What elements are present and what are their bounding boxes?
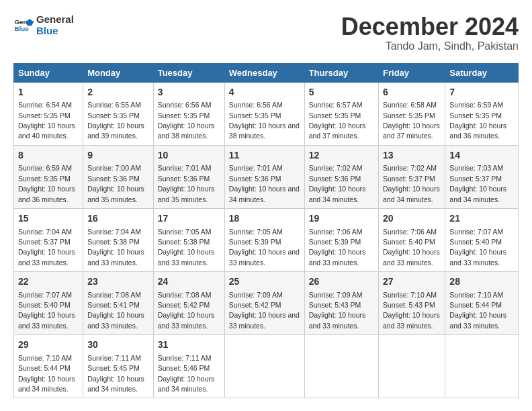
calendar-cell: 3Sunrise: 6:56 AMSunset: 5:35 PMDaylight…: [153, 82, 224, 145]
sunset-text: Sunset: 5:46 PM: [158, 364, 210, 372]
calendar-cell: 4Sunrise: 6:56 AMSunset: 5:35 PMDaylight…: [224, 82, 304, 145]
calendar-cell: 28Sunrise: 7:10 AMSunset: 5:44 PMDayligh…: [445, 272, 519, 335]
sunset-text: Sunset: 5:35 PM: [87, 111, 140, 120]
day-number: 12: [309, 149, 374, 163]
calendar-cell: 20Sunrise: 7:06 AMSunset: 5:40 PMDayligh…: [379, 208, 445, 271]
title-area: December 2024 Tando Jam, Sindh, Pakistan: [341, 13, 519, 52]
header-thursday: Thursday: [304, 63, 378, 82]
daylight-text: Daylight: 10 hours and 39 minutes.: [87, 122, 144, 140]
day-number: 27: [383, 275, 441, 289]
sunset-text: Sunset: 5:39 PM: [309, 238, 361, 246]
header-sunday: Sunday: [14, 63, 83, 82]
daylight-text: Daylight: 10 hours and 33 minutes.: [87, 248, 144, 266]
week-row-3: 15Sunrise: 7:04 AMSunset: 5:37 PMDayligh…: [14, 208, 519, 271]
sunset-text: Sunset: 5:35 PM: [383, 111, 435, 120]
day-number: 16: [87, 212, 149, 226]
day-number: 6: [383, 86, 441, 99]
sunrise-text: Sunrise: 7:05 AM: [158, 228, 212, 236]
calendar-cell: 21Sunrise: 7:07 AMSunset: 5:40 PMDayligh…: [445, 208, 519, 271]
logo-icon: General Blue: [13, 15, 34, 35]
daylight-text: Daylight: 10 hours and 34 minutes.: [158, 375, 215, 393]
sunset-text: Sunset: 5:44 PM: [18, 364, 71, 372]
calendar-cell: 16Sunrise: 7:04 AMSunset: 5:38 PMDayligh…: [83, 208, 154, 271]
day-number: 22: [18, 275, 79, 289]
daylight-text: Daylight: 10 hours and 38 minutes.: [158, 122, 215, 140]
week-row-1: 1Sunrise: 6:54 AMSunset: 5:35 PMDaylight…: [14, 82, 519, 145]
calendar-cell: 6Sunrise: 6:58 AMSunset: 5:35 PMDaylight…: [379, 82, 445, 145]
calendar-cell: 8Sunrise: 6:59 AMSunset: 5:35 PMDaylight…: [14, 145, 83, 208]
sunrise-text: Sunrise: 6:55 AM: [87, 101, 141, 109]
week-row-4: 22Sunrise: 7:07 AMSunset: 5:40 PMDayligh…: [14, 272, 519, 335]
calendar-cell: 5Sunrise: 6:57 AMSunset: 5:35 PMDaylight…: [304, 82, 378, 145]
daylight-text: Daylight: 10 hours and 33 minutes.: [449, 248, 506, 266]
daylight-text: Daylight: 10 hours and 33 minutes.: [309, 248, 366, 266]
day-number: 21: [449, 212, 514, 226]
day-number: 19: [309, 212, 374, 226]
day-number: 11: [229, 149, 300, 163]
calendar-cell: 12Sunrise: 7:02 AMSunset: 5:36 PMDayligh…: [304, 145, 378, 208]
calendar-header-row: SundayMondayTuesdayWednesdayThursdayFrid…: [14, 63, 519, 82]
day-number: 24: [158, 275, 220, 289]
calendar-cell: 23Sunrise: 7:08 AMSunset: 5:41 PMDayligh…: [83, 272, 154, 335]
day-number: 29: [18, 338, 79, 352]
sunrise-text: Sunrise: 6:56 AM: [229, 101, 283, 109]
sunset-text: Sunset: 5:38 PM: [158, 238, 210, 246]
daylight-text: Daylight: 10 hours and 33 minutes.: [158, 311, 215, 329]
sunrise-text: Sunrise: 7:01 AM: [229, 164, 283, 172]
sunrise-text: Sunrise: 7:03 AM: [449, 164, 503, 172]
logo-name-line2: Blue: [36, 25, 74, 36]
calendar-title: December 2024: [341, 13, 519, 40]
sunrise-text: Sunrise: 7:08 AM: [158, 291, 212, 299]
sunset-text: Sunset: 5:37 PM: [18, 238, 71, 246]
sunset-text: Sunset: 5:35 PM: [18, 111, 71, 120]
daylight-text: Daylight: 10 hours and 36 minutes.: [449, 122, 506, 140]
sunrise-text: Sunrise: 7:10 AM: [18, 354, 72, 362]
sunrise-text: Sunrise: 6:56 AM: [158, 101, 212, 109]
sunset-text: Sunset: 5:40 PM: [18, 301, 71, 309]
week-row-2: 8Sunrise: 6:59 AMSunset: 5:35 PMDaylight…: [14, 145, 519, 208]
daylight-text: Daylight: 10 hours and 37 minutes.: [383, 122, 440, 140]
header-tuesday: Tuesday: [153, 63, 224, 82]
daylight-text: Daylight: 10 hours and 37 minutes.: [309, 122, 366, 140]
sunrise-text: Sunrise: 7:06 AM: [309, 228, 363, 236]
header-saturday: Saturday: [445, 63, 519, 82]
day-number: 1: [18, 86, 79, 99]
day-number: 5: [309, 86, 374, 99]
daylight-text: Daylight: 10 hours and 33 minutes.: [18, 311, 75, 329]
calendar-cell: 25Sunrise: 7:09 AMSunset: 5:42 PMDayligh…: [224, 272, 304, 335]
calendar-cell: 27Sunrise: 7:10 AMSunset: 5:43 PMDayligh…: [379, 272, 445, 335]
sunset-text: Sunset: 5:35 PM: [18, 175, 71, 183]
calendar-cell: 19Sunrise: 7:06 AMSunset: 5:39 PMDayligh…: [304, 208, 378, 271]
header-monday: Monday: [83, 63, 154, 82]
day-number: 7: [449, 86, 514, 99]
day-number: 28: [449, 275, 514, 289]
sunset-text: Sunset: 5:38 PM: [87, 238, 140, 246]
calendar-cell: 14Sunrise: 7:03 AMSunset: 5:37 PMDayligh…: [445, 145, 519, 208]
day-number: 3: [158, 86, 220, 99]
sunrise-text: Sunrise: 7:11 AM: [158, 354, 212, 362]
calendar-subtitle: Tando Jam, Sindh, Pakistan: [341, 40, 519, 52]
page-header: General Blue General Blue December 2024 …: [13, 13, 519, 52]
daylight-text: Daylight: 10 hours and 33 minutes.: [158, 248, 215, 266]
calendar-cell: [304, 335, 378, 398]
day-number: 26: [309, 275, 374, 289]
daylight-text: Daylight: 10 hours and 38 minutes.: [229, 122, 300, 140]
calendar-cell: 22Sunrise: 7:07 AMSunset: 5:40 PMDayligh…: [14, 272, 83, 335]
daylight-text: Daylight: 10 hours and 33 minutes.: [229, 248, 300, 266]
sunset-text: Sunset: 5:40 PM: [383, 238, 435, 246]
daylight-text: Daylight: 10 hours and 34 minutes.: [383, 185, 440, 203]
daylight-text: Daylight: 10 hours and 40 minutes.: [18, 122, 75, 140]
day-number: 31: [158, 338, 220, 352]
sunrise-text: Sunrise: 7:07 AM: [449, 228, 503, 236]
sunrise-text: Sunrise: 7:09 AM: [309, 291, 363, 299]
sunrise-text: Sunrise: 6:59 AM: [18, 164, 72, 172]
daylight-text: Daylight: 10 hours and 33 minutes.: [18, 248, 75, 266]
sunset-text: Sunset: 5:35 PM: [158, 111, 210, 120]
day-number: 23: [87, 275, 149, 289]
sunrise-text: Sunrise: 7:10 AM: [449, 291, 503, 299]
day-number: 10: [158, 149, 220, 163]
calendar-cell: [445, 335, 519, 398]
calendar-cell: 13Sunrise: 7:02 AMSunset: 5:37 PMDayligh…: [379, 145, 445, 208]
day-number: 17: [158, 212, 220, 226]
daylight-text: Daylight: 10 hours and 33 minutes.: [383, 311, 440, 329]
